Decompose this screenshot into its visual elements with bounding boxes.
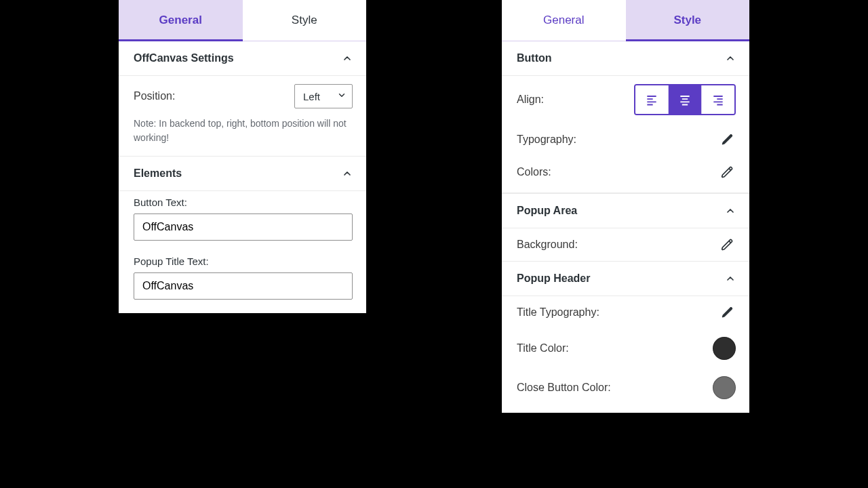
row-position: Position: Left xyxy=(119,76,366,117)
align-right-icon xyxy=(711,93,726,106)
tab-style[interactable]: Style xyxy=(626,0,750,41)
pen-icon xyxy=(721,133,734,146)
align-center-icon xyxy=(677,93,692,106)
chevron-up-icon xyxy=(342,168,353,179)
align-left-button[interactable] xyxy=(635,85,668,114)
chevron-down-icon xyxy=(337,91,347,102)
row-title-typography: Title Typography: xyxy=(502,296,749,329)
align-segmented xyxy=(634,84,736,115)
tabs: General Style xyxy=(502,0,749,41)
position-label: Position: xyxy=(134,90,175,102)
align-label: Align: xyxy=(517,94,544,106)
popup-title-text-label: Popup Title Text: xyxy=(134,256,353,267)
colors-edit-button[interactable] xyxy=(719,164,736,180)
tab-general-label: General xyxy=(159,14,202,27)
typography-label: Typography: xyxy=(517,134,576,146)
align-left-icon xyxy=(644,93,659,106)
section-header-elements[interactable]: Elements xyxy=(119,156,366,191)
section-header-popup-header[interactable]: Popup Header xyxy=(502,261,749,296)
pencil-icon xyxy=(721,165,734,179)
background-label: Background: xyxy=(517,239,578,251)
chevron-up-icon xyxy=(725,53,736,64)
pencil-icon xyxy=(721,238,734,251)
close-button-color-swatch[interactable] xyxy=(713,376,736,399)
chevron-up-icon xyxy=(342,53,353,64)
row-align: Align: xyxy=(502,76,749,123)
typography-edit-button[interactable] xyxy=(719,131,736,148)
row-close-button-color: Close Button Color: xyxy=(502,368,749,413)
section-title: Popup Area xyxy=(517,205,577,217)
tab-general[interactable]: General xyxy=(502,0,626,41)
close-button-color-label: Close Button Color: xyxy=(517,382,611,394)
section-header-button[interactable]: Button xyxy=(502,41,749,76)
background-edit-button[interactable] xyxy=(719,237,736,253)
tab-style[interactable]: Style xyxy=(243,0,367,41)
position-note: Note: In backend top, right, bottom posi… xyxy=(119,117,366,156)
field-popup-title-text: Popup Title Text: xyxy=(119,250,366,313)
popup-title-text-input[interactable] xyxy=(134,272,353,300)
position-selected-value: Left xyxy=(303,91,320,102)
tab-style-label: Style xyxy=(292,14,317,27)
pen-icon xyxy=(721,306,734,319)
title-typography-edit-button[interactable] xyxy=(719,304,736,321)
position-select[interactable]: Left xyxy=(294,84,353,108)
tab-general[interactable]: General xyxy=(119,0,243,41)
panel-style: General Style Button Align: xyxy=(502,0,749,413)
colors-label: Colors: xyxy=(517,166,551,178)
row-background: Background: xyxy=(502,228,749,261)
title-color-swatch[interactable] xyxy=(713,337,736,360)
title-typography-label: Title Typography: xyxy=(517,306,599,319)
align-right-button[interactable] xyxy=(701,85,734,114)
button-text-label: Button Text: xyxy=(134,197,353,208)
section-title: Elements xyxy=(134,167,182,180)
row-colors: Colors: xyxy=(502,156,749,188)
button-text-input[interactable] xyxy=(134,214,353,241)
tabs: General Style xyxy=(119,0,366,41)
row-title-color: Title Color: xyxy=(502,329,749,368)
section-title: OffCanvas Settings xyxy=(134,52,234,64)
align-center-button[interactable] xyxy=(668,85,701,114)
tab-style-label: Style xyxy=(673,14,701,27)
section-header-offcanvas-settings[interactable]: OffCanvas Settings xyxy=(119,41,366,76)
section-header-popup-area[interactable]: Popup Area xyxy=(502,193,749,228)
chevron-up-icon xyxy=(725,205,736,216)
chevron-up-icon xyxy=(725,273,736,284)
row-typography: Typography: xyxy=(502,123,749,156)
section-title: Button xyxy=(517,52,552,64)
panel-general: General Style OffCanvas Settings Positio… xyxy=(119,0,366,313)
title-color-label: Title Color: xyxy=(517,342,569,354)
tab-general-label: General xyxy=(543,14,584,27)
section-title: Popup Header xyxy=(517,272,590,285)
field-button-text: Button Text: xyxy=(119,191,366,250)
